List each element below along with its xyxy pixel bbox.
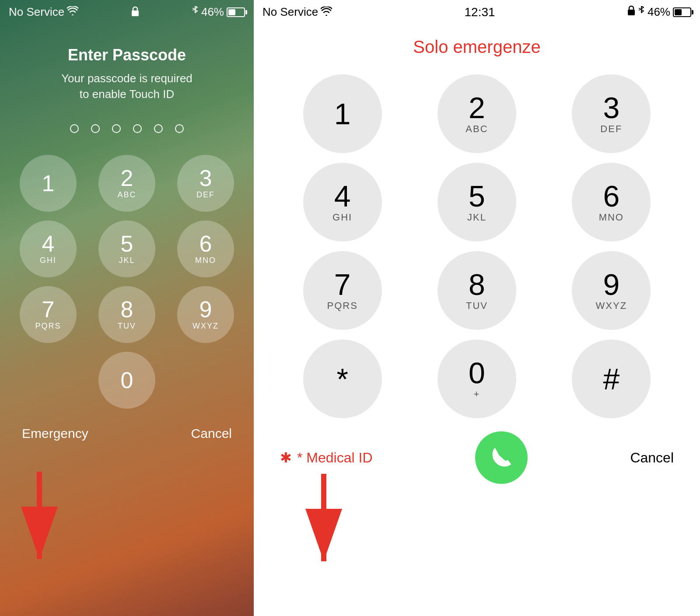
passcode-subtitle: Your passcode is requiredto enable Touch… [61, 70, 192, 102]
dial-letters-7-left: PQRS [35, 322, 61, 331]
dot-1 [70, 124, 79, 133]
dial-btn-2-right[interactable]: 2 ABC [438, 74, 516, 153]
emergency-title: Solo emergenze [413, 37, 540, 57]
dial-btn-8-right[interactable]: 8 TUV [438, 251, 516, 330]
battery-text-right: 46% [648, 5, 670, 19]
dial-btn-1-left[interactable]: 1 [20, 155, 77, 212]
dial-number-0-right: 0 [469, 358, 485, 388]
dial-letters-4-left: GHI [40, 256, 56, 265]
dial-number-2-right: 2 [469, 93, 485, 122]
dial-letters-7-right: PQRS [327, 300, 357, 312]
dot-2 [91, 124, 100, 133]
dial-btn-9-left[interactable]: 9 WXYZ [177, 286, 234, 343]
dial-letters-2-right: ABC [466, 123, 488, 135]
dial-number-star-right: * [336, 364, 348, 394]
lock-screen-panel: No Service [0, 0, 254, 616]
dial-number-5-right: 5 [469, 181, 485, 211]
bluetooth-icon-right [638, 5, 645, 19]
battery-icon-left [227, 7, 245, 17]
dial-letters-9-left: WXYZ [192, 322, 219, 331]
dial-number-1-left: 1 [42, 172, 55, 195]
dial-number-7-right: 7 [334, 270, 351, 299]
dial-btn-9-right[interactable]: 9 WXYZ [572, 251, 651, 330]
red-arrow-right [271, 461, 394, 592]
dot-5 [154, 124, 163, 133]
dial-number-4-right: 4 [334, 181, 351, 211]
phone-icon [488, 444, 514, 471]
wifi-icon-right [321, 7, 332, 18]
dial-letters-8-right: TUV [466, 300, 488, 312]
lock-icon-right [627, 5, 635, 19]
dial-number-3-left: 3 [200, 167, 212, 189]
dial-btn-6-right[interactable]: 6 MNO [572, 163, 651, 242]
dial-btn-8-left[interactable]: 8 TUV [98, 286, 155, 343]
wifi-icon-left [67, 6, 78, 18]
status-right-right: 46% [627, 5, 691, 19]
dial-btn-3-left[interactable]: 3 DEF [177, 155, 234, 212]
svg-rect-3 [628, 10, 635, 15]
dial-btn-6-left[interactable]: 6 MNO [177, 220, 234, 277]
dial-letters-6-left: MNO [195, 256, 216, 265]
call-button[interactable] [475, 431, 528, 484]
dial-btn-3-right[interactable]: 3 DEF [572, 74, 651, 153]
dial-number-5-left: 5 [121, 232, 133, 255]
dial-btn-5-left[interactable]: 5 JKL [98, 220, 155, 277]
signal-group-left: No Service [9, 5, 78, 19]
dial-btn-star-right[interactable]: * [303, 340, 382, 418]
dial-number-3-right: 3 [603, 93, 620, 122]
dial-letters-9-right: WXYZ [596, 300, 627, 312]
dial-btn-4-right[interactable]: 4 GHI [303, 163, 382, 242]
dial-number-6-right: 6 [603, 181, 620, 211]
cancel-button-right[interactable]: Cancel [630, 450, 674, 466]
lock-center-left [131, 6, 139, 18]
dial-number-7-left: 7 [42, 298, 55, 321]
battery-text-left: 46% [201, 5, 224, 19]
dial-number-6-left: 6 [200, 232, 212, 255]
dial-btn-0-left[interactable]: 0 [98, 352, 155, 409]
status-bar-left: No Service [0, 0, 254, 24]
dial-number-1-right: 1 [334, 99, 351, 129]
emergency-dialer-panel: No Service 12:31 [254, 0, 700, 616]
dial-btn-0-right[interactable]: 0 + [438, 340, 516, 418]
dot-3 [112, 124, 121, 133]
dial-btn-4-left[interactable]: 4 GHI [20, 220, 77, 277]
status-right-left: 46% [192, 5, 245, 19]
dial-number-hash-right: # [603, 364, 620, 394]
passcode-title: Enter Passcode [68, 46, 186, 64]
status-bar-right: No Service 12:31 [254, 0, 700, 24]
dial-btn-7-right[interactable]: 7 PQRS [303, 251, 382, 330]
dial-btn-empty2-left [177, 352, 234, 409]
dial-number-9-right: 9 [603, 270, 620, 299]
signal-text-right: No Service [262, 5, 318, 19]
dial-btn-2-left[interactable]: 2 ABC [98, 155, 155, 212]
dialpad-right: 1 2 ABC 3 DEF 4 GHI 5 JKL 6 MNO 7 PQRS 8… [254, 74, 700, 418]
emergency-button[interactable]: Emergency [18, 422, 93, 445]
svg-rect-0 [132, 10, 139, 16]
dial-number-4-left: 4 [42, 232, 55, 255]
dial-btn-1-right[interactable]: 1 [303, 74, 382, 153]
bluetooth-icon-left [192, 5, 199, 19]
dial-letters-3-right: DEF [600, 123, 622, 135]
dot-6 [175, 124, 184, 133]
battery-icon-right [673, 7, 691, 17]
dial-letters-8-left: TUV [118, 322, 136, 331]
dial-number-0-left: 0 [121, 369, 133, 392]
dial-btn-7-left[interactable]: 7 PQRS [20, 286, 77, 343]
dot-4 [133, 124, 142, 133]
signal-group-right: No Service [262, 5, 332, 19]
dial-letters-3-left: DEF [196, 190, 215, 200]
dial-letters-2-left: ABC [117, 190, 136, 200]
dial-letters-0-right: + [474, 388, 480, 400]
dial-btn-hash-right[interactable]: # [572, 340, 651, 418]
dial-btn-5-right[interactable]: 5 JKL [438, 163, 516, 242]
cancel-button-left[interactable]: Cancel [187, 422, 236, 445]
dial-number-2-left: 2 [121, 167, 133, 189]
dial-number-8-left: 8 [121, 298, 133, 321]
bottom-row-left: Emergency Cancel [0, 422, 254, 445]
dialpad-left: 1 2 ABC 3 DEF 4 GHI 5 JKL 6 MNO 7 PQRS 8… [0, 155, 254, 409]
red-arrow-left [4, 458, 118, 590]
time-display: 12:31 [465, 5, 495, 19]
dial-number-9-left: 9 [200, 298, 212, 321]
dial-letters-6-right: MNO [599, 212, 624, 223]
dial-number-8-right: 8 [469, 270, 485, 299]
